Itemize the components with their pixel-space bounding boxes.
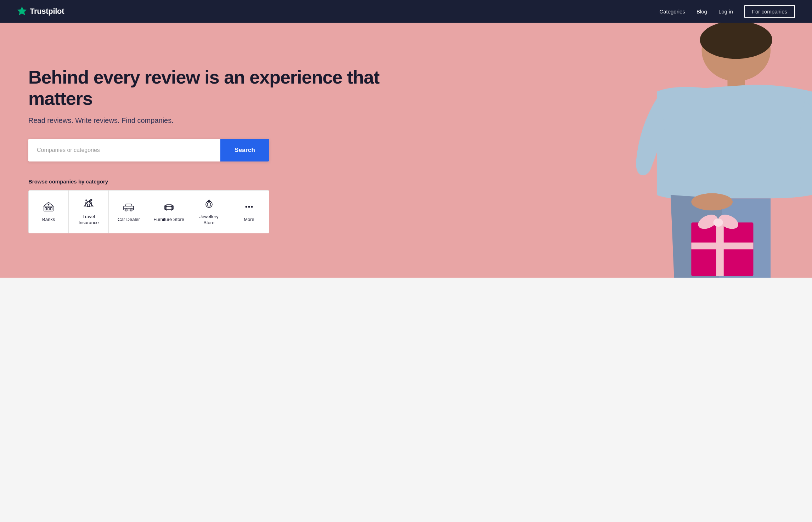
svg-rect-14 [48,208,49,210]
hero-section: Behind every review is an experience tha… [0,23,812,278]
search-button[interactable]: Search [220,139,269,161]
svg-point-37 [245,206,247,208]
jewellery-icon [203,198,215,210]
category-more-label: More [244,217,254,223]
category-jewellery-label: Jewellery Store [193,214,225,226]
svg-point-35 [207,203,211,206]
navbar-right: Categories Blog Log in For companies [659,5,795,18]
logo[interactable]: Trustpilot [17,6,64,17]
category-travel-label: Travel Insurance [73,214,104,226]
svg-rect-12 [44,206,53,211]
svg-rect-15 [51,208,52,210]
trustpilot-star-icon [17,6,27,17]
hero-subtitle: Read reviews. Write reviews. Find compan… [28,117,422,125]
car-icon [123,200,134,213]
search-input[interactable] [28,139,220,161]
category-furniture-label: Furniture Store [153,217,184,223]
category-more[interactable]: More [229,190,269,233]
hero-image [390,23,812,278]
category-banks-label: Banks [42,217,55,223]
nav-categories[interactable]: Categories [659,8,685,15]
category-car-label: Car Dealer [118,217,140,223]
furniture-icon [163,200,175,213]
category-banks[interactable]: Banks [28,190,69,233]
svg-point-5 [691,193,733,211]
nav-blog[interactable]: Blog [697,8,707,15]
svg-marker-0 [17,6,27,15]
category-jewellery-store[interactable]: Jewellery Store [189,190,229,233]
categories-grid: Banks Travel [28,190,269,233]
search-bar: Search [28,139,269,161]
browse-label: Browse companies by category [28,178,422,185]
hero-title: Behind every review is an experience tha… [28,67,422,109]
svg-rect-31 [166,205,172,207]
hero-illustration [390,23,812,278]
svg-point-17 [48,204,49,205]
svg-rect-13 [45,208,46,210]
svg-rect-8 [716,222,724,276]
brand-name: Trustpilot [30,7,64,16]
for-companies-button[interactable]: For companies [744,5,795,18]
hero-content: Behind every review is an experience tha… [0,39,422,261]
category-furniture-store[interactable]: Furniture Store [149,190,189,233]
svg-point-11 [714,219,723,227]
svg-point-39 [251,206,253,208]
travel-icon [83,198,94,210]
svg-point-38 [248,206,250,208]
nav-login[interactable]: Log in [718,8,733,15]
navbar: Trustpilot Categories Blog Log in For co… [0,0,812,23]
bank-icon [43,200,54,213]
category-travel-insurance[interactable]: Travel Insurance [69,190,109,233]
category-car-dealer[interactable]: Car Dealer [109,190,149,233]
more-icon [243,200,255,213]
svg-point-3 [700,23,772,59]
